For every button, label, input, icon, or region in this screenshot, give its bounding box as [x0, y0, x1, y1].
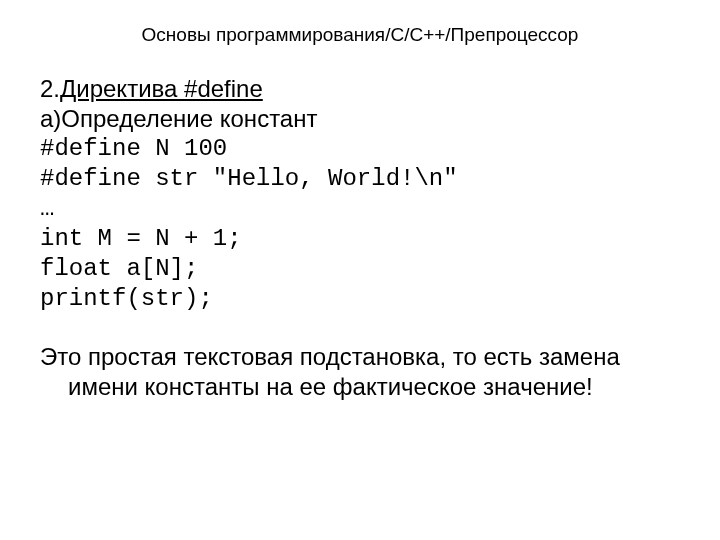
slide-header: Основы программирования/С/С++/Препроцесс… — [40, 24, 680, 46]
footer-line-1: Это простая текстовая подстановка, то ес… — [40, 343, 620, 370]
code-line-5: float a[N]; — [40, 254, 680, 284]
code-line-1: #define N 100 — [40, 134, 680, 164]
footer-line-2: имени константы на ее фактическое значен… — [40, 372, 680, 402]
section-title: Директива #define — [60, 75, 263, 102]
footer-block: Это простая текстовая подстановка, то ес… — [40, 342, 680, 402]
header-text: Основы программирования/С/С++/Препроцесс… — [142, 24, 579, 45]
section-number: 2. — [40, 75, 60, 102]
code-line-3: … — [40, 194, 680, 224]
code-line-2: #define str "Hello, World!\n" — [40, 164, 680, 194]
code-line-6: printf(str); — [40, 284, 680, 314]
section-subtitle: а)Определение констант — [40, 104, 680, 134]
content-block: 2.Директива #define а)Определение конста… — [40, 74, 680, 314]
code-line-4: int M = N + 1; — [40, 224, 680, 254]
